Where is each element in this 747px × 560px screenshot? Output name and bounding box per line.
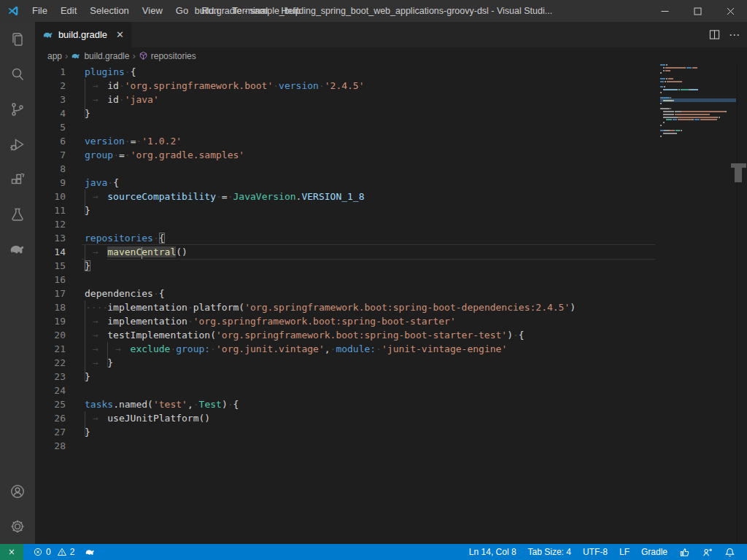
- code-line[interactable]: version·=·'1.0.2': [85, 134, 652, 148]
- line-number[interactable]: 28: [35, 439, 85, 453]
- minimap[interactable]: [660, 64, 736, 210]
- code-line[interactable]: →id·'java': [85, 93, 652, 106]
- gradle-status-icon[interactable]: [81, 544, 99, 560]
- code-line[interactable]: ····implementation·platform('org.springf…: [85, 300, 652, 314]
- code-token: java: [85, 177, 107, 188]
- code-line[interactable]: repositories·{: [85, 231, 652, 245]
- run-and-debug-icon[interactable]: [0, 127, 35, 162]
- code-line[interactable]: →testImplementation('org.springframework…: [85, 328, 652, 342]
- search-icon[interactable]: [0, 57, 35, 92]
- line-number[interactable]: 17: [35, 287, 85, 300]
- code-line[interactable]: [85, 162, 652, 176]
- code-line[interactable]: [85, 439, 652, 453]
- code-line[interactable]: }: [85, 203, 652, 217]
- language-mode[interactable]: Gradle: [635, 544, 673, 560]
- more-actions-icon[interactable]: ⋯: [729, 28, 740, 42]
- line-number[interactable]: 14: [35, 245, 85, 259]
- line-number-gutter[interactable]: 1234567891011121314151617181920212223242…: [35, 65, 85, 453]
- line-number[interactable]: 15: [35, 259, 85, 273]
- line-number[interactable]: 11: [35, 203, 85, 217]
- line-number[interactable]: 4: [35, 106, 85, 120]
- menu-view[interactable]: View: [136, 0, 169, 22]
- line-number[interactable]: 21: [35, 342, 85, 356]
- thumbs-up-icon[interactable]: [673, 544, 696, 560]
- code-line[interactable]: [85, 384, 652, 397]
- line-number[interactable]: 10: [35, 190, 85, 203]
- code-line[interactable]: group·=·'org.gradle.samples': [85, 148, 652, 162]
- menu-selection[interactable]: Selection: [83, 0, 135, 22]
- cursor-position[interactable]: Ln 14, Col 8: [463, 544, 522, 560]
- code-line[interactable]: plugins·{: [85, 65, 652, 79]
- line-number[interactable]: 5: [35, 120, 85, 134]
- tab-close-icon[interactable]: ✕: [116, 30, 124, 39]
- code-line[interactable]: →id·'org.springframework.boot'·version·'…: [85, 79, 652, 93]
- problems-indicator[interactable]: 0 2: [29, 544, 78, 560]
- code-line[interactable]: }: [85, 370, 652, 384]
- split-editor-icon[interactable]: [709, 29, 720, 40]
- tab-build-gradle[interactable]: build.gradle ✕: [35, 22, 131, 47]
- close-button[interactable]: [714, 0, 747, 22]
- notifications-bell-icon[interactable]: [719, 544, 741, 560]
- line-number[interactable]: 6: [35, 134, 85, 148]
- minimap-line: [660, 125, 736, 126]
- code-line[interactable]: [85, 217, 652, 231]
- code-line[interactable]: →sourceCompatibility·=·JavaVersion.VERSI…: [85, 190, 652, 203]
- menu-edit[interactable]: Edit: [54, 0, 83, 22]
- eol-type[interactable]: LF: [614, 544, 635, 560]
- gradle-icon[interactable]: [0, 232, 35, 267]
- line-number[interactable]: 18: [35, 300, 85, 314]
- source-control-icon[interactable]: [0, 92, 35, 127]
- code-line[interactable]: →}: [85, 356, 652, 370]
- tab-size[interactable]: Tab Size: 4: [522, 544, 577, 560]
- line-number[interactable]: 12: [35, 217, 85, 231]
- scrollbar-marker[interactable]: [735, 168, 742, 182]
- code-line[interactable]: tasks.named('test',·Test)·{: [85, 397, 652, 411]
- line-number[interactable]: 19: [35, 314, 85, 328]
- code-line[interactable]: dependencies·{: [85, 287, 652, 300]
- settings-gear-icon[interactable]: [0, 509, 35, 544]
- code-line[interactable]: java·{: [85, 176, 652, 190]
- line-number[interactable]: 13: [35, 231, 85, 245]
- extensions-icon[interactable]: [0, 162, 35, 197]
- code-editor[interactable]: 1234567891011121314151617181920212223242…: [35, 64, 747, 544]
- code-line[interactable]: →mavenCentral(): [85, 245, 652, 259]
- testing-beaker-icon[interactable]: [0, 197, 35, 232]
- code-line[interactable]: →→exclude·group:·'org.junit.vintage',·mo…: [85, 342, 652, 356]
- code-token: ·: [119, 94, 125, 105]
- minimize-button[interactable]: [649, 0, 681, 22]
- code-line[interactable]: }: [85, 259, 652, 273]
- code-line[interactable]: }: [85, 106, 652, 120]
- line-number[interactable]: 9: [35, 176, 85, 190]
- code-line[interactable]: }: [85, 425, 652, 439]
- menu-go[interactable]: Go: [169, 0, 195, 22]
- code-token: id: [107, 80, 119, 91]
- line-number[interactable]: 27: [35, 425, 85, 439]
- line-number[interactable]: 26: [35, 411, 85, 425]
- code-line[interactable]: [85, 120, 652, 134]
- menu-file[interactable]: File: [26, 0, 54, 22]
- code-line[interactable]: [85, 273, 652, 287]
- line-number[interactable]: 23: [35, 370, 85, 384]
- line-number[interactable]: 2: [35, 79, 85, 93]
- remote-indicator[interactable]: [0, 544, 23, 560]
- line-number[interactable]: 3: [35, 93, 85, 106]
- code-line[interactable]: →implementation·'org.springframework.boo…: [85, 314, 652, 328]
- explorer-icon[interactable]: [0, 22, 35, 57]
- line-number[interactable]: 16: [35, 273, 85, 287]
- feedback-icon[interactable]: [696, 544, 719, 560]
- line-number[interactable]: 20: [35, 328, 85, 342]
- code-line[interactable]: →useJUnitPlatform(): [85, 411, 652, 425]
- maximize-button[interactable]: [681, 0, 714, 22]
- line-number[interactable]: 7: [35, 148, 85, 162]
- accounts-icon[interactable]: [0, 474, 35, 509]
- breadcrumb-repositories[interactable]: repositories: [139, 51, 196, 61]
- line-number[interactable]: 25: [35, 397, 85, 411]
- line-number[interactable]: 22: [35, 356, 85, 370]
- breadcrumb-app[interactable]: app: [47, 51, 62, 61]
- breadcrumb-build-gradle[interactable]: build.gradle: [71, 51, 129, 61]
- line-number[interactable]: 8: [35, 162, 85, 176]
- code-content[interactable]: plugins·{→id·'org.springframework.boot'·…: [85, 65, 652, 453]
- line-number[interactable]: 1: [35, 65, 85, 79]
- line-number[interactable]: 24: [35, 384, 85, 397]
- encoding[interactable]: UTF-8: [577, 544, 614, 560]
